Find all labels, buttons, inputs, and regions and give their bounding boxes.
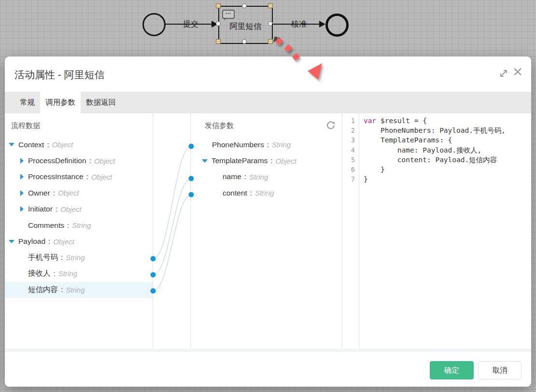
tab-general[interactable]: 常规 [14,92,40,113]
code-line: } [364,174,531,184]
refresh-icon[interactable] [325,120,337,131]
tree-item-sms-content[interactable]: 短信内容:String [5,282,153,298]
resize-handle-ne[interactable] [268,3,273,8]
tree-item-payload[interactable]: Payload:Object [5,233,153,249]
code-editor[interactable]: var $result = { PhoneNumbers: Payload.手机… [360,113,531,349]
chevron-down-icon[interactable] [9,240,14,243]
tree-item-owner[interactable]: Owner:Object [5,185,153,201]
resize-handle-sw[interactable] [216,39,221,44]
chevron-right-icon[interactable] [20,158,24,164]
chevron-right-icon[interactable] [20,174,24,180]
ok-button[interactable]: 确定 [430,361,474,379]
tree-item-initiator[interactable]: Initiator:Object [5,201,153,217]
end-event-node[interactable] [325,14,349,37]
workflow-editor-page: 提交 ••• 阿里短信 核准 活动属性 - 阿里短信 × 常规 调用参数 [0,0,536,392]
edge-label-submit[interactable]: 提交 [179,19,202,29]
link-curve [153,179,191,275]
red-annotation-arrow-icon [267,35,335,88]
call-params-content: 流程数据 Context:Object ProcessDefinition:Ob… [5,113,531,349]
chevron-down-icon[interactable] [9,143,14,146]
cancel-button[interactable]: 取消 [478,361,522,379]
process-data-header: 流程数据 [5,121,153,131]
tree-item-comments[interactable]: Comments:String [5,217,153,233]
process-data-panel: 流程数据 Context:Object ProcessDefinition:Ob… [5,113,153,349]
tree-item-phone-number[interactable]: 手机号码:String [5,250,153,266]
tab-data-return[interactable]: 数据返回 [81,92,121,113]
code-line-numbers: 1 2 3 4 5 6 7 [342,113,359,349]
tab-call-params[interactable]: 调用参数 [40,92,81,113]
param-item-name[interactable]: name:String [191,169,342,185]
dialog-footer: 确定 取消 [5,352,531,387]
param-item-phonenumbers[interactable]: PhoneNumbers:String [191,137,342,153]
link-curve [153,146,191,259]
connect-handle-top[interactable] [242,3,247,8]
link-curve [153,195,191,291]
content-bottom-strip [5,349,531,352]
code-line: name: Payload.接收人, [364,145,531,155]
activity-properties-dialog: 活动属性 - 阿里短信 × 常规 调用参数 数据返回 流程数据 Context:… [5,56,531,387]
edge-label-approve[interactable]: 核准 [287,19,310,29]
chevron-down-icon[interactable] [202,159,208,163]
flow-arrowhead [319,21,325,28]
tree-item-context[interactable]: Context:Object [5,137,153,153]
message-icon: ••• [222,10,235,19]
expand-icon[interactable] [498,68,509,79]
dialog-tabbar: 常规 调用参数 数据返回 [5,92,531,113]
code-line: TemplateParams: { [364,135,531,145]
code-line: } [364,165,531,174]
close-icon[interactable]: × [511,64,524,79]
task-node-ali-sms[interactable]: ••• 阿里短信 [218,6,273,44]
send-params-header: 发信参数 [191,121,342,131]
tree-item-receiver[interactable]: 接收人:String [5,266,153,281]
connect-handle-bottom[interactable] [242,39,247,44]
chevron-right-icon[interactable] [20,190,24,196]
start-event-node[interactable] [142,13,166,36]
dialog-title: 活动属性 - 阿里短信 [14,68,105,82]
connect-handle-left[interactable] [216,21,221,26]
param-item-templateparams[interactable]: TemplateParams:Object [191,153,342,168]
resize-handle-nw[interactable] [216,3,221,8]
code-line: var $result = { [364,116,531,126]
chevron-right-icon[interactable] [20,206,24,212]
tree-item-processinstance[interactable]: ProcessInstance:Object [5,169,153,185]
code-line: content: Payload.短信内容 [364,155,531,165]
tree-item-processdefinition[interactable]: ProcessDefinition:Object [5,153,153,168]
param-item-content[interactable]: content:String [191,185,342,201]
code-line: PhoneNumbers: Payload.手机号码, [364,126,531,135]
task-node-label: 阿里短信 [230,21,262,32]
send-params-panel: 发信参数 PhoneNumbers:String TemplatePar [190,113,342,349]
